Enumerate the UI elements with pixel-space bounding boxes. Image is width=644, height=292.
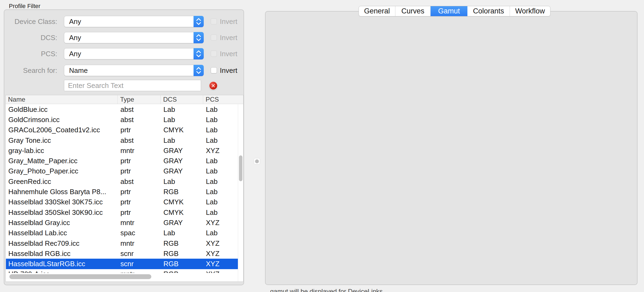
cell-name: GoldCrimson.icc: [6, 116, 118, 124]
table-row[interactable]: Gray_Matte_Paper.iccprtrGRAYLab: [6, 156, 238, 166]
table-row[interactable]: Hasselblad Rec709.iccmntrRGBXYZ: [6, 238, 238, 248]
column-header-pcs[interactable]: PCS: [203, 95, 243, 104]
cell-dcs: RGB: [161, 188, 203, 196]
cell-name: Hasselblad 330Skel 30K75.icc: [6, 198, 118, 206]
search-for-label: Search for:: [5, 65, 57, 76]
cell-dcs: RGB: [161, 239, 203, 248]
cell-pcs: Lab: [203, 116, 238, 124]
splitter-handle[interactable]: [254, 158, 260, 165]
chevron-up-down-icon: [194, 65, 204, 76]
invert-pcs-label: Invert: [220, 48, 237, 59]
cell-type: abst: [118, 136, 161, 145]
tab-gamut[interactable]: Gamut: [431, 6, 467, 16]
search-input[interactable]: [64, 80, 201, 91]
cell-name: GoldBlue.icc: [6, 105, 118, 114]
table-row-selected[interactable]: HasselbladLStarRGB.iccscnrRGBXYZ: [6, 259, 238, 269]
dcs-dropdown[interactable]: Any: [64, 32, 204, 43]
invert-pcs-checkbox: [211, 51, 217, 57]
chevron-up-down-icon: [194, 32, 204, 43]
cell-dcs: RGB: [161, 250, 203, 258]
invert-search-checkbox[interactable]: [211, 67, 217, 73]
table-row[interactable]: GoldBlue.iccabstLabLab: [6, 104, 238, 115]
clear-search-icon[interactable]: ✕: [209, 81, 218, 90]
invert-device-class-checkbox: [211, 18, 217, 24]
cell-name: GreenRed.icc: [6, 177, 118, 186]
tab-curves[interactable]: Curves: [395, 6, 431, 16]
cell-dcs: GRAY: [161, 219, 203, 227]
cell-pcs: Lab: [203, 229, 238, 237]
cell-pcs: XYZ: [203, 239, 238, 248]
tab-general[interactable]: General: [359, 6, 395, 16]
caption-line-2: gamut will be displayed for DeviceLinks.: [270, 286, 636, 292]
column-header-dcs[interactable]: DCS: [160, 95, 203, 104]
profile-table[interactable]: Name Type DCS PCS GoldBlue.iccabstLabLab…: [5, 95, 244, 282]
cell-pcs: Lab: [203, 188, 238, 196]
chevron-up-down-icon: [194, 16, 204, 27]
table-row[interactable]: GoldCrimson.iccabstLabLab: [6, 115, 238, 125]
cell-pcs: Lab: [203, 208, 238, 217]
invert-device-class-label: Invert: [220, 16, 237, 27]
cell-pcs: Lab: [203, 105, 238, 114]
table-row[interactable]: Hasselblad 330Skel 30K75.iccprtrCMYKLab: [6, 197, 238, 207]
table-row[interactable]: Hahnemhule Gloss Baryta P8...prtrRGBLab: [6, 187, 238, 197]
cell-type: mntr: [118, 147, 161, 155]
cell-type: abst: [118, 105, 161, 114]
cell-dcs: Lab: [161, 105, 203, 114]
cell-pcs: XYZ: [203, 260, 238, 268]
horizontal-scrollbar[interactable]: [6, 273, 238, 281]
cell-dcs: GRAY: [161, 147, 203, 155]
pcs-value: Any: [64, 50, 194, 58]
cell-dcs: Lab: [161, 177, 203, 186]
cell-dcs: CMYK: [161, 126, 203, 134]
cell-pcs: Lab: [203, 198, 238, 206]
chevron-up-down-icon: [194, 48, 204, 59]
horizontal-scrollbar-thumb[interactable]: [9, 274, 151, 279]
vertical-scrollbar[interactable]: [238, 104, 243, 282]
table-row[interactable]: Hasselblad 350Skel 30K90.iccprtrCMYKLab: [6, 207, 238, 218]
cell-name: Hasselblad Lab.icc: [6, 229, 118, 237]
cell-dcs: CMYK: [161, 208, 203, 217]
cell-type: scnr: [118, 260, 161, 268]
pcs-label: PCS:: [5, 48, 57, 59]
table-row[interactable]: gray-lab.iccmntrGRAYXYZ: [6, 145, 238, 156]
cell-pcs: Lab: [203, 177, 238, 186]
cell-type: prtr: [118, 208, 161, 217]
column-header-name[interactable]: Name: [6, 95, 117, 104]
cell-type: prtr: [118, 157, 161, 165]
cell-pcs: Lab: [203, 167, 238, 175]
invert-search-label: Invert: [220, 65, 237, 76]
cell-name: Gray_Photo_Paper.icc: [6, 167, 118, 175]
vertical-scrollbar-thumb[interactable]: [239, 155, 242, 181]
device-class-dropdown[interactable]: Any: [64, 16, 204, 27]
tab-content-box: [265, 11, 638, 285]
table-row[interactable]: Hasselblad Gray.iccmntrGRAYXYZ: [6, 218, 238, 228]
cell-type: prtr: [118, 167, 161, 175]
column-header-type[interactable]: Type: [117, 95, 160, 104]
dcs-value: Any: [64, 34, 194, 42]
table-header[interactable]: Name Type DCS PCS: [6, 95, 243, 104]
cell-name: HasselbladLStarRGB.icc: [6, 260, 118, 268]
cell-dcs: GRAY: [161, 167, 203, 175]
cell-pcs: Lab: [203, 126, 238, 134]
cell-type: abst: [118, 177, 161, 186]
cell-type: prtr: [118, 126, 161, 134]
search-for-dropdown[interactable]: Name: [64, 65, 204, 76]
table-body: GoldBlue.iccabstLabLab GoldCrimson.iccab…: [6, 104, 238, 282]
cell-type: spac: [118, 229, 161, 237]
tab-colorants[interactable]: Colorants: [467, 6, 510, 16]
device-class-value: Any: [64, 17, 194, 26]
table-row[interactable]: GRACoL2006_Coated1v2.iccprtrCMYKLab: [6, 125, 238, 135]
pcs-dropdown[interactable]: Any: [64, 48, 204, 59]
cell-type: mntr: [118, 219, 161, 227]
table-row[interactable]: GreenRed.iccabstLabLab: [6, 176, 238, 187]
table-row[interactable]: Hasselblad Lab.iccspacLabLab: [6, 228, 238, 238]
table-row[interactable]: Gray Tone.iccabstLabLab: [6, 135, 238, 145]
cell-type: mntr: [118, 239, 161, 248]
table-row[interactable]: Hasselblad RGB.iccscnrRGBXYZ: [6, 248, 238, 259]
cell-name: Hasselblad RGB.icc: [6, 250, 118, 258]
invert-dcs-checkbox: [211, 34, 217, 41]
table-row[interactable]: Gray_Photo_Paper.iccprtrGRAYLab: [6, 166, 238, 176]
dcs-label: DCS:: [5, 32, 57, 43]
tab-bar: General Curves Gamut Colorants Workflow: [359, 6, 550, 16]
tab-workflow[interactable]: Workflow: [510, 6, 550, 16]
